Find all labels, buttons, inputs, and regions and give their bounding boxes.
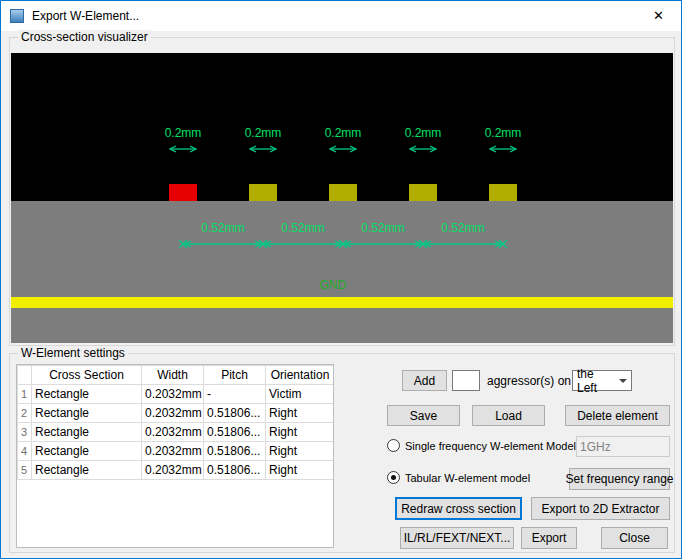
table-row[interactable]: 2 Rectangle 0.2032mm 0.51806... Right: [18, 404, 335, 423]
pitch-dimension-label: 0.52mm: [199, 221, 247, 235]
radio-unchecked-icon[interactable]: [387, 439, 400, 452]
save-button[interactable]: Save: [387, 405, 460, 426]
width-dimension-label: 0.2mm: [241, 126, 285, 140]
cross-section-table[interactable]: Cross Section Width Pitch Orientation 1 …: [16, 364, 334, 548]
cell-width[interactable]: 0.2032mm: [142, 461, 204, 480]
app-icon: [10, 9, 24, 23]
cell-cross-section[interactable]: Rectangle: [32, 442, 142, 461]
single-frequency-label[interactable]: Single frequency W-element Model: [405, 440, 576, 452]
header-pitch: Pitch: [204, 366, 266, 385]
pitch-dimension-label: 0.52mm: [279, 221, 327, 235]
gnd-label: GND: [311, 278, 355, 292]
redraw-cross-section-button[interactable]: Redraw cross section: [395, 497, 522, 520]
row-number: 4: [18, 442, 32, 461]
close-icon: ✕: [653, 9, 664, 22]
cross-section-visualizer-group: Cross-section visualizer: [9, 37, 675, 346]
aggressor-label: aggressor(s) on: [487, 374, 571, 388]
table-header-row: Cross Section Width Pitch Orientation: [18, 366, 335, 385]
export-button[interactable]: Export: [521, 527, 577, 549]
cell-orientation[interactable]: Right: [266, 442, 335, 461]
single-frequency-radio[interactable]: Single frequency W-element Model: [387, 439, 576, 452]
table-corner-header: [18, 366, 32, 385]
table-row[interactable]: 4 Rectangle 0.2032mm 0.51806... Right: [18, 442, 335, 461]
cell-pitch[interactable]: 0.51806...: [204, 442, 266, 461]
radio-checked-icon[interactable]: [387, 471, 400, 484]
row-number: 5: [18, 461, 32, 480]
row-number: 3: [18, 423, 32, 442]
visualizer-group-label: Cross-section visualizer: [18, 30, 151, 44]
cell-pitch[interactable]: 0.51806...: [204, 461, 266, 480]
titlebar: Export W-Element... ✕: [1, 1, 681, 31]
set-frequency-range-button[interactable]: Set frequency range: [569, 468, 670, 490]
table-row[interactable]: 5 Rectangle 0.2032mm 0.51806... Right: [18, 461, 335, 480]
header-width: Width: [142, 366, 204, 385]
cell-width[interactable]: 0.2032mm: [142, 423, 204, 442]
width-dimension-label: 0.2mm: [401, 126, 445, 140]
chevron-down-icon: [619, 379, 627, 383]
delete-element-button[interactable]: Delete element: [565, 405, 670, 426]
close-button[interactable]: Close: [601, 527, 668, 549]
pitch-dimension-label: 0.52mm: [359, 221, 407, 235]
settings-group-label: W-Element settings: [18, 346, 128, 360]
cell-orientation[interactable]: Victim: [266, 385, 335, 404]
cell-orientation[interactable]: Right: [266, 423, 335, 442]
cell-width[interactable]: 0.2032mm: [142, 442, 204, 461]
load-button[interactable]: Load: [472, 405, 545, 426]
export-to-2d-extractor-button[interactable]: Export to 2D Extractor: [531, 497, 670, 520]
cell-pitch[interactable]: 0.51806...: [204, 404, 266, 423]
cell-cross-section[interactable]: Rectangle: [32, 461, 142, 480]
cell-width[interactable]: 0.2032mm: [142, 404, 204, 423]
w-element-settings-group: W-Element settings Cross Section Width P…: [9, 353, 675, 553]
aggressor-count-input[interactable]: [452, 370, 480, 391]
tabular-model-radio[interactable]: Tabular W-element model: [387, 471, 530, 484]
cell-width[interactable]: 0.2032mm: [142, 385, 204, 404]
cell-orientation[interactable]: Right: [266, 404, 335, 423]
single-frequency-input: [576, 436, 670, 457]
cell-pitch[interactable]: 0.51806...: [204, 423, 266, 442]
dimension-annotations: [11, 53, 673, 343]
tabular-model-label[interactable]: Tabular W-element model: [405, 472, 530, 484]
selected-side: the Left: [577, 367, 615, 395]
cross-section-canvas: 0.2mm 0.2mm 0.2mm 0.2mm 0.2mm 0.52mm 0.5…: [11, 53, 673, 343]
width-dimension-label: 0.2mm: [321, 126, 365, 140]
table-row[interactable]: 1 Rectangle 0.2032mm - Victim: [18, 385, 335, 404]
cell-cross-section[interactable]: Rectangle: [32, 404, 142, 423]
row-number: 2: [18, 404, 32, 423]
cell-pitch[interactable]: -: [204, 385, 266, 404]
header-orientation: Orientation: [266, 366, 335, 385]
width-dimension-label: 0.2mm: [161, 126, 205, 140]
add-button[interactable]: Add: [402, 370, 447, 391]
cell-orientation[interactable]: Right: [266, 461, 335, 480]
pitch-dimension-label: 0.52mm: [439, 221, 487, 235]
cell-cross-section[interactable]: Rectangle: [32, 423, 142, 442]
window-close-button[interactable]: ✕: [636, 1, 681, 30]
export-w-element-dialog: Export W-Element... ✕ Cross-section visu…: [0, 0, 682, 559]
window-title: Export W-Element...: [32, 9, 139, 23]
header-cross-section: Cross Section: [32, 366, 142, 385]
width-dimension-arrows: [170, 146, 516, 152]
pitch-dimension-line: [179, 240, 507, 248]
row-number: 1: [18, 385, 32, 404]
aggressor-side-select[interactable]: the Left: [572, 370, 632, 391]
width-dimension-label: 0.2mm: [481, 126, 525, 140]
il-rl-fext-next-button[interactable]: IL/RL/FEXT/NEXT...: [400, 527, 514, 549]
cell-cross-section[interactable]: Rectangle: [32, 385, 142, 404]
table-row[interactable]: 3 Rectangle 0.2032mm 0.51806... Right: [18, 423, 335, 442]
